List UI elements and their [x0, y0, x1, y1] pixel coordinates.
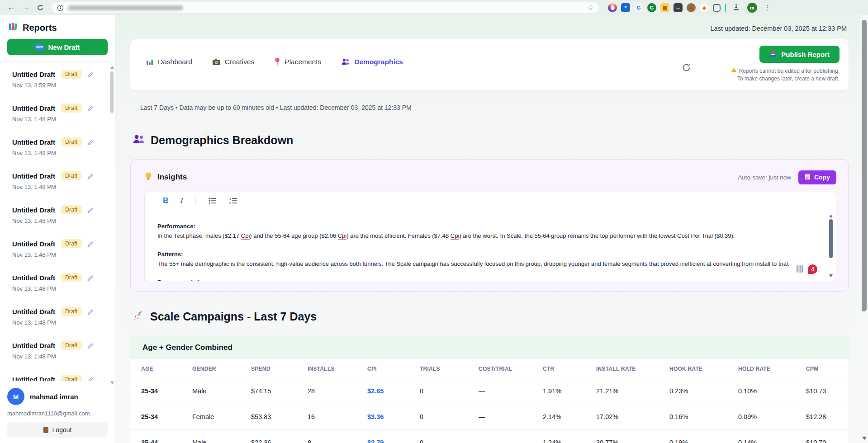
draft-status-badge: Draft: [61, 137, 82, 146]
tab-placements[interactable]: Placements: [274, 57, 321, 66]
table-cell: 25-34: [141, 387, 192, 395]
draft-list-item[interactable]: Untitled DraftDraftNov 13, 1:48 PM: [12, 205, 108, 231]
camera-icon: [212, 58, 221, 66]
column-header: AGE: [141, 366, 192, 372]
tab-creatives[interactable]: Creatives: [212, 58, 254, 66]
address-bar[interactable]: ☆: [52, 2, 599, 13]
logout-button[interactable]: Logout: [7, 422, 108, 438]
publish-report-button[interactable]: Publish Report: [759, 46, 840, 63]
tab-label: Creatives: [225, 58, 254, 66]
scrollbar-thumb[interactable]: [110, 71, 114, 113]
edit-draft-icon[interactable]: [87, 71, 94, 78]
edit-draft-icon[interactable]: [87, 207, 94, 213]
grammar-checker-widget[interactable]: 4: [796, 263, 819, 275]
insights-text-area[interactable]: Performance: In the Test phase, males ($…: [145, 210, 836, 281]
numbered-list-button[interactable]: 12: [229, 197, 237, 205]
scroll-down-icon[interactable]: [829, 274, 833, 278]
scroll-down-icon[interactable]: [862, 437, 867, 440]
browser-profile-avatar[interactable]: m: [747, 3, 757, 13]
draft-timestamp: Nov 13, 1:48 PM: [12, 353, 108, 360]
insights-title: Insights: [157, 173, 187, 182]
page-scrollbar[interactable]: [860, 15, 868, 443]
edit-draft-icon[interactable]: [87, 105, 94, 112]
browser-menu-icon[interactable]: ⋮: [763, 4, 773, 12]
bullet-list-button[interactable]: [208, 197, 217, 205]
reload-icon[interactable]: [34, 2, 46, 14]
edit-draft-icon[interactable]: [87, 342, 94, 349]
edit-draft-icon[interactable]: [87, 376, 94, 381]
table-cell: $10.70: [806, 439, 849, 443]
draft-list-item[interactable]: Untitled DraftDraftNov 13, 1:48 PM: [12, 341, 108, 366]
bold-button[interactable]: B: [163, 196, 168, 205]
extension-glyph: ◆: [702, 5, 706, 11]
toolbar-divider: [195, 196, 196, 205]
draft-list-item[interactable]: Untitled DraftDraftNov 13, 1:48 PM: [12, 375, 108, 381]
edit-draft-icon[interactable]: [87, 274, 94, 281]
scrollbar-thumb[interactable]: [829, 219, 833, 258]
scroll-up-icon[interactable]: [110, 66, 114, 69]
table-cell: 1.91%: [543, 387, 596, 395]
copy-button[interactable]: Copy: [798, 170, 836, 184]
puzzle-extensions-icon[interactable]: [713, 4, 721, 12]
style-picky-icon[interactable]: [796, 265, 803, 273]
last-updated-text: Last updated: December 03, 2025 at 12:33…: [115, 15, 860, 32]
italic-button[interactable]: I: [180, 197, 183, 205]
draft-status-badge: Draft: [61, 307, 82, 316]
table-cell: 17.02%: [596, 413, 669, 420]
notes-extension-icon[interactable]: ▦: [660, 3, 669, 12]
flame-extension-icon[interactable]: ◆: [700, 3, 709, 12]
table-cell: 8: [308, 439, 367, 443]
bookmark-star-icon[interactable]: ☆: [588, 4, 593, 12]
scroll-up-icon[interactable]: [829, 214, 833, 217]
edit-draft-icon[interactable]: [87, 240, 94, 247]
user-avatar: M: [7, 388, 24, 405]
scrollbar-thumb[interactable]: [862, 20, 867, 311]
edit-draft-icon[interactable]: [87, 308, 94, 315]
autosave-status: Auto-save: just now: [738, 174, 791, 181]
editor-scrollbar[interactable]: [828, 213, 834, 278]
warning-icon: [731, 67, 737, 75]
back-icon[interactable]: ←: [5, 2, 17, 14]
grammar-issues-badge[interactable]: 4: [806, 263, 819, 275]
table-row[interactable]: 35-44Male$22.368$2.790—1.24%30.77%0.19%0…: [130, 430, 849, 443]
translate-extension-icon[interactable]: G: [634, 3, 643, 12]
user-panel: M mahmad imran mahmadimran1110@gmail.com…: [0, 381, 115, 443]
draft-list-item[interactable]: Untitled DraftDraftNov 13, 3:59 PM: [12, 70, 108, 95]
forward-icon[interactable]: →: [20, 2, 32, 14]
draft-list-item[interactable]: Untitled DraftDraftNov 13, 1:48 PM: [12, 171, 108, 197]
new-draft-button[interactable]: NEW New Draft: [7, 39, 108, 55]
table-row[interactable]: 25-34Male$74.1528$2.650—1.91%21.21%0.23%…: [130, 378, 849, 404]
column-header: HOOK RATE: [669, 366, 738, 372]
extension-glyph: ▦: [663, 5, 667, 11]
column-header: HOLD RATE: [738, 366, 806, 372]
patterns-paragraph: The 55+ male demographic is the consiste…: [157, 259, 804, 269]
draft-list-item[interactable]: Untitled DraftDraftNov 13, 1:48 PM: [12, 273, 108, 298]
extension-glyph: G: [650, 5, 654, 10]
gradient-camera-extension-icon[interactable]: [608, 3, 617, 12]
edit-draft-icon[interactable]: [87, 139, 94, 146]
site-info-icon[interactable]: [57, 5, 64, 11]
draft-list-item[interactable]: Untitled DraftDraftNov 13, 1:48 PM: [12, 137, 108, 163]
tab-demographics[interactable]: Demographics: [341, 58, 403, 66]
draft-status-badge: Draft: [61, 104, 82, 113]
draft-list-item[interactable]: Untitled DraftDraftNov 13, 1:48 PM: [12, 307, 108, 332]
performance-paragraph: In the Test phase, males ($2.17 Cpi) and…: [157, 231, 804, 240]
column-header: INSTALLS: [308, 366, 367, 372]
sidebar-scrollbar[interactable]: [109, 65, 114, 385]
scroll-down-icon[interactable]: [110, 382, 114, 384]
refresh-icon[interactable]: [682, 63, 691, 72]
blue-settings-extension-icon[interactable]: *: [621, 3, 630, 12]
dots-extension-icon[interactable]: •••: [674, 3, 683, 12]
door-icon: [43, 427, 48, 433]
draft-list-item[interactable]: Untitled DraftDraftNov 13, 1:48 PM: [12, 239, 108, 264]
tabs-row: DashboardCreativesPlacementsDemographics: [146, 57, 403, 66]
edit-draft-icon[interactable]: [87, 173, 94, 179]
tab-dashboard[interactable]: Dashboard: [146, 58, 192, 66]
grammarly-extension-icon[interactable]: G: [647, 3, 656, 12]
user-email: mahmadimran1110@gmail.com: [7, 410, 108, 417]
draft-list-item[interactable]: Untitled DraftDraftNov 13, 1:48 PM: [12, 104, 108, 129]
cookie-extension-icon[interactable]: ∴: [687, 3, 696, 12]
draft-timestamp: Nov 13, 3:59 PM: [12, 82, 108, 89]
table-row[interactable]: 25-34Female$53.8316$3.360—2.14%17.02%0.1…: [130, 404, 849, 430]
downloads-icon[interactable]: [732, 3, 740, 13]
